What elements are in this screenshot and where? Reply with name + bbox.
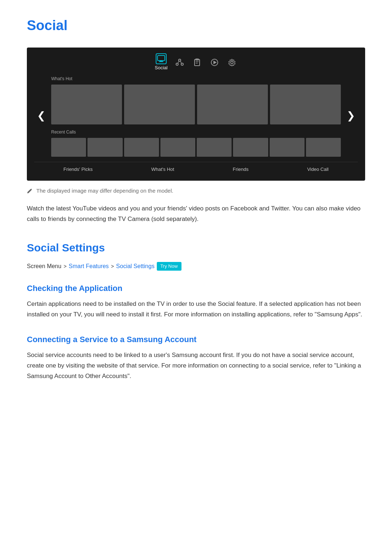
tv-whats-hot-grid — [51, 85, 341, 124]
tv-nav-label-social: Social — [155, 64, 167, 72]
breadcrumb-social-settings[interactable]: Social Settings — [116, 262, 155, 271]
tv-nav-icon-settings — [226, 57, 237, 68]
tv-card-4 — [270, 85, 341, 124]
breadcrumb-sep2: > — [111, 262, 114, 270]
tv-card-1 — [51, 85, 122, 124]
svg-rect-0 — [158, 56, 165, 61]
tv-nav-icon-share — [174, 57, 185, 68]
breadcrumb-prefix: Screen Menu — [27, 262, 61, 271]
tv-nav-bar: Social — [34, 53, 358, 72]
tv-whats-hot-label: What's Hot — [51, 75, 341, 82]
tv-bottom-nav-whats-hot: What's Hot — [151, 166, 174, 173]
tv-bottom-nav: Friends' Picks What's Hot Friends Video … — [34, 162, 358, 173]
tv-card-2 — [124, 85, 195, 124]
tv-recent-calls-grid — [51, 138, 341, 157]
tv-nav-icon-social — [156, 53, 167, 64]
svg-line-7 — [180, 61, 181, 63]
note-text: The displayed image may differ depending… — [36, 186, 173, 195]
tv-bottom-nav-friends: Friends — [233, 166, 248, 173]
pencil-icon — [27, 187, 33, 197]
tv-screen-ui: Social — [27, 48, 365, 181]
tv-content-area: ❮ What's Hot Recent Calls — [34, 75, 358, 157]
svg-line-6 — [178, 61, 179, 63]
tv-small-card-1 — [51, 138, 86, 157]
tv-main-section: What's Hot Recent Calls — [51, 75, 341, 157]
tv-small-card-5 — [197, 138, 232, 157]
tv-nav-social: Social — [155, 53, 167, 72]
tv-right-arrow[interactable]: ❯ — [344, 105, 358, 127]
tv-nav-icon-clipboard — [192, 57, 203, 68]
checking-application-title: Checking the Application — [27, 282, 365, 295]
tv-card-3 — [197, 85, 268, 124]
description-text: Watch the latest YouTube videos and you … — [27, 204, 365, 225]
breadcrumb: Screen Menu > Smart Features > Social Se… — [27, 262, 365, 271]
tv-small-card-7 — [270, 138, 305, 157]
note-row: The displayed image may differ depending… — [27, 186, 365, 197]
tv-small-card-2 — [87, 138, 122, 157]
tv-bottom-nav-video-call: Video Call — [307, 166, 328, 173]
checking-application-text: Certain applications need to be installe… — [27, 299, 365, 320]
page-title: Social — [27, 15, 365, 37]
svg-marker-13 — [213, 61, 217, 64]
connecting-service-text: Social service accounts need to be linke… — [27, 350, 365, 382]
tv-small-card-3 — [124, 138, 159, 157]
try-now-badge[interactable]: Try Now — [157, 262, 181, 271]
tv-nav-icon-play — [209, 57, 220, 68]
social-settings-title: Social Settings — [27, 239, 365, 257]
breadcrumb-smart-features[interactable]: Smart Features — [69, 262, 109, 271]
tv-small-card-4 — [160, 138, 195, 157]
breadcrumb-sep1: > — [64, 262, 66, 270]
tv-small-card-8 — [306, 138, 341, 157]
svg-point-14 — [230, 61, 233, 64]
tv-left-arrow[interactable]: ❮ — [34, 105, 48, 127]
tv-recent-calls-label: Recent Calls — [51, 129, 341, 136]
tv-small-card-6 — [233, 138, 268, 157]
connecting-service-title: Connecting a Service to a Samsung Accoun… — [27, 333, 365, 346]
tv-bottom-nav-friends-picks: Friends' Picks — [64, 166, 93, 173]
